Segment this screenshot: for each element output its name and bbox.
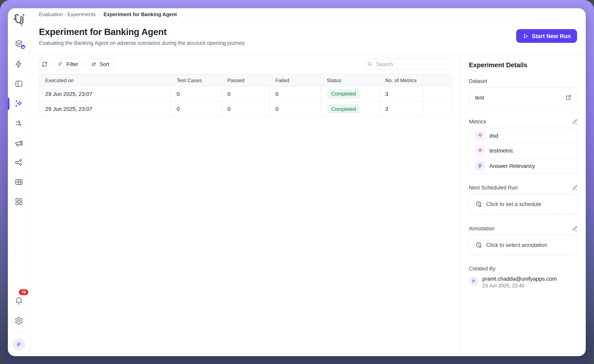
- screen: 79 P Evaluation - E: [0, 0, 594, 364]
- dataset-value: test: [475, 94, 484, 101]
- sidebar-item-workspace[interactable]: [14, 39, 23, 48]
- app-logo[interactable]: [12, 13, 26, 28]
- sidebar-item-integrations[interactable]: [14, 158, 23, 167]
- play-icon: [522, 33, 529, 39]
- edit-annotation-icon[interactable]: [572, 226, 578, 232]
- sidebar-item-campaigns[interactable]: [14, 139, 23, 147]
- user-avatar[interactable]: P: [13, 338, 25, 351]
- runs-table: Executed on Test Cases Passed Failed Sta…: [39, 74, 452, 117]
- table-header-row: Executed on Test Cases Passed Failed Sta…: [39, 74, 452, 86]
- refresh-button[interactable]: [39, 59, 50, 70]
- cell-status: Completed: [321, 86, 379, 101]
- breadcrumb-parent-link[interactable]: Evaluation - Experiments: [39, 11, 96, 17]
- table-row[interactable]: 29 Jun 2025, 23:07 0 0 0 Completed 3: [39, 101, 452, 116]
- notifications-button[interactable]: [14, 296, 23, 305]
- start-new-run-button[interactable]: Start New Run: [516, 29, 577, 43]
- zap-icon: [14, 60, 23, 68]
- page-subtitle: Evaluating the Banking Agent on adverse …: [39, 40, 577, 46]
- metric-item[interactable]: Answer Relevancy: [469, 159, 577, 173]
- set-schedule-button[interactable]: Click to set a schedule: [469, 194, 578, 214]
- metric-name: testmetric: [489, 147, 513, 154]
- set-schedule-text: Click to set a schedule: [486, 201, 541, 207]
- settings-button[interactable]: [14, 317, 23, 325]
- col-passed: Passed: [222, 74, 270, 86]
- breadcrumb: Evaluation - Experiments / Experiment fo…: [30, 8, 586, 21]
- metric-item[interactable]: dsd: [469, 128, 577, 143]
- search-input[interactable]: [375, 61, 448, 67]
- dataset-card[interactable]: test: [469, 87, 578, 108]
- select-annotation-text: Click to select annotation: [486, 242, 547, 248]
- sparkle-star-icon: [475, 146, 485, 156]
- app-window: 79 P Evaluation - E: [8, 8, 586, 356]
- breadcrumb-separator: /: [99, 11, 100, 17]
- cell-test-cases: 0: [171, 101, 222, 116]
- metric-name: Answer Relevancy: [489, 163, 535, 169]
- sort-arrows-icon: [91, 61, 97, 67]
- sidebar-item-automations[interactable]: [14, 60, 23, 68]
- metric-name: dsd: [489, 132, 498, 139]
- sidebar-divider: [12, 54, 26, 54]
- filter-label: Filter: [67, 61, 78, 67]
- data-table-icon: [14, 178, 23, 186]
- cell-failed: 0: [270, 86, 321, 101]
- cell-failed: 0: [270, 101, 321, 116]
- next-scheduled-run-label: Next Scheduled Run: [469, 185, 518, 191]
- status-badge: Completed: [327, 89, 360, 99]
- sidebar: 79 P: [8, 8, 30, 356]
- metrics-label: Metrics: [469, 119, 486, 125]
- col-test-cases: Test Cases: [171, 74, 222, 86]
- search-icon: [367, 61, 372, 67]
- cell-passed: 0: [222, 101, 270, 116]
- edit-metrics-icon[interactable]: [572, 119, 578, 125]
- breadcrumb-current: Experiment for Banking Agent: [103, 11, 177, 17]
- sidebar-item-tables[interactable]: [14, 178, 23, 186]
- metric-item[interactable]: testmetric: [469, 143, 577, 159]
- refresh-icon: [41, 61, 47, 67]
- sparkle-star-icon: [475, 130, 485, 140]
- content-split: Filter Sort: [30, 55, 586, 356]
- sparkles-icon: [14, 99, 23, 108]
- edit-schedule-icon[interactable]: [572, 185, 578, 191]
- sidebar-item-ai-evaluation[interactable]: [14, 99, 23, 108]
- window-frame: 79 P Evaluation - E: [0, 0, 594, 364]
- col-actions: [423, 74, 452, 86]
- cell-metrics: 3: [379, 101, 423, 116]
- metrics-card: dsd testmetric: [469, 128, 578, 174]
- active-nav-indicator: [8, 98, 9, 110]
- sidebar-item-flows[interactable]: [14, 119, 23, 128]
- sidebar-item-interfaces[interactable]: [14, 79, 23, 88]
- external-link-icon[interactable]: [565, 94, 572, 101]
- created-by-label: Created By: [469, 266, 495, 272]
- filter-button[interactable]: Filter: [53, 59, 83, 70]
- col-no-of-metrics: No. of Metrics: [379, 74, 423, 86]
- gear-icon: [14, 317, 23, 325]
- unify-logo-icon: [12, 13, 26, 27]
- share-network-icon: [14, 158, 23, 167]
- annotation-label: Annotation: [469, 226, 494, 232]
- creator-row: P pranit.chadda@unifyapps.com 23 Jun 202…: [469, 276, 578, 289]
- page-title: Experiment for Banking Agent: [39, 27, 577, 37]
- arrows-right-icon: [14, 119, 23, 128]
- page-header: Experiment for Banking Agent Evaluating …: [30, 21, 586, 55]
- cell-actions: [423, 86, 452, 101]
- bolt-icon: [475, 161, 485, 171]
- cell-status: Completed: [321, 101, 379, 116]
- col-status: Status: [321, 74, 379, 86]
- home-badge-icon: [20, 44, 26, 50]
- panel-layout-icon: [14, 79, 23, 88]
- cell-passed: 0: [222, 86, 270, 101]
- runs-section: Filter Sort: [30, 55, 461, 356]
- notification-count-badge: 79: [19, 289, 28, 295]
- select-annotation-button[interactable]: Click to select annotation: [469, 235, 578, 255]
- filter-lines-icon: [58, 61, 64, 67]
- sidebar-item-apps[interactable]: [14, 197, 23, 206]
- search-box: [363, 59, 452, 70]
- sort-button[interactable]: Sort: [86, 59, 114, 70]
- table-row[interactable]: 29 Jun 2025, 23:07 0 0 0 Completed 3: [39, 86, 452, 101]
- clock-annotation-icon: [475, 241, 482, 248]
- details-title: Experiment Details: [469, 61, 578, 69]
- bell-icon: [14, 296, 23, 305]
- clock-schedule-icon: [475, 200, 482, 208]
- apps-grid-icon: [14, 197, 23, 206]
- megaphone-icon: [14, 139, 23, 147]
